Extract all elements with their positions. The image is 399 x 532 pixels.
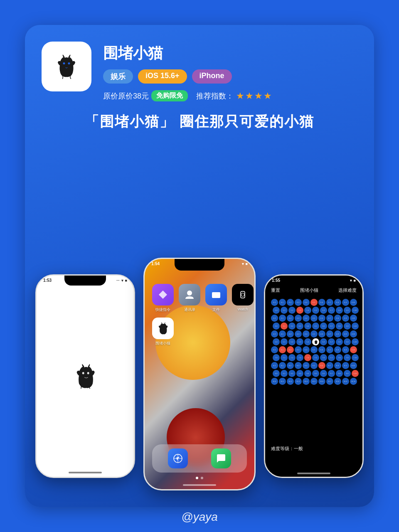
cell-9-10[interactable]: 9-10 bbox=[352, 370, 359, 377]
cell-2-6[interactable]: 2-6 bbox=[318, 315, 325, 322]
cell-5-0[interactable]: 5-0 bbox=[273, 338, 280, 345]
cell-2-7[interactable]: 2-7 bbox=[326, 315, 333, 322]
cell-1-2[interactable]: 1-2 bbox=[288, 307, 296, 314]
cell-3-1[interactable]: 3-1 bbox=[281, 323, 288, 330]
cell-7-1[interactable]: 7-1 bbox=[281, 354, 288, 361]
cell-8-0[interactable]: 8-0 bbox=[271, 362, 278, 369]
cell-1-10[interactable]: 1-10 bbox=[352, 307, 359, 314]
cell-3-5[interactable]: 3-5 bbox=[312, 323, 319, 330]
cell-8-6[interactable]: 8-6 bbox=[318, 362, 325, 369]
cell-10-0[interactable]: 10-0 bbox=[271, 378, 278, 385]
cell-1-1[interactable]: 1-1 bbox=[281, 307, 288, 314]
cell-1-8[interactable]: 1-8 bbox=[336, 307, 343, 314]
cell-6-0[interactable]: 6-0 bbox=[271, 346, 278, 353]
cell-7-5[interactable]: 7-5 bbox=[312, 354, 319, 361]
cell-1-0[interactable]: 1-0 bbox=[273, 307, 280, 314]
cell-0-10[interactable]: 0-10 bbox=[350, 299, 357, 306]
cell-10-5[interactable]: 10-5 bbox=[310, 378, 318, 385]
cell-8-2[interactable]: 8-2 bbox=[287, 362, 294, 369]
cell-6-3[interactable]: 6-3 bbox=[295, 346, 302, 353]
cell-4-1[interactable]: 4-1 bbox=[279, 330, 286, 337]
cell-4-6[interactable]: 4-6 bbox=[318, 330, 325, 337]
cell-8-5[interactable]: 8-5 bbox=[310, 362, 318, 369]
cell-6-2[interactable]: 6-2 bbox=[287, 346, 294, 353]
cell-1-9[interactable]: 1-9 bbox=[344, 307, 351, 314]
cell-0-5[interactable]: 0-5 bbox=[310, 299, 318, 306]
cell-5-9[interactable]: 5-9 bbox=[344, 338, 351, 345]
cell-1-5[interactable]: 1-5 bbox=[312, 307, 319, 314]
cell-10-3[interactable]: 10-3 bbox=[295, 378, 302, 385]
cell-5-2[interactable]: 5-2 bbox=[288, 338, 296, 345]
cell-2-8[interactable]: 2-8 bbox=[334, 315, 341, 322]
cell-4-3[interactable]: 4-3 bbox=[295, 330, 302, 337]
cell-7-0[interactable]: 7-0 bbox=[273, 354, 280, 361]
app-cat-game[interactable]: 围堵小猫 bbox=[152, 318, 174, 346]
cell-7-3[interactable]: 7-3 bbox=[296, 354, 303, 361]
cell-3-9[interactable]: 3-9 bbox=[344, 323, 351, 330]
cell-6-7[interactable]: 6-7 bbox=[326, 346, 333, 353]
game-difficulty-btn[interactable]: 选择难度 bbox=[338, 287, 357, 293]
dock-messages[interactable] bbox=[211, 448, 231, 468]
app-contacts[interactable]: 通讯录 bbox=[179, 284, 200, 313]
cell-8-7[interactable]: 8-7 bbox=[326, 362, 333, 369]
cell-10-2[interactable]: 10-2 bbox=[287, 378, 294, 385]
cell-4-8[interactable]: 4-8 bbox=[334, 330, 341, 337]
cell-4-7[interactable]: 4-7 bbox=[326, 330, 333, 337]
cell-3-2[interactable]: 3-2 bbox=[288, 323, 296, 330]
cell-8-9[interactable]: 8-9 bbox=[342, 362, 349, 369]
cell-10-8[interactable]: 10-8 bbox=[334, 378, 341, 385]
cell-2-1[interactable]: 2-1 bbox=[279, 315, 286, 322]
cell-5-6[interactable]: 5-6 bbox=[320, 338, 327, 345]
cell-9-4[interactable]: 9-4 bbox=[304, 370, 311, 377]
cell-0-4[interactable]: 0-4 bbox=[303, 299, 310, 306]
cell-7-2[interactable]: 7-2 bbox=[288, 354, 296, 361]
cell-9-7[interactable]: 9-7 bbox=[328, 370, 335, 377]
cell-10-10[interactable]: 10-10 bbox=[350, 378, 357, 385]
cell-9-9[interactable]: 9-9 bbox=[344, 370, 351, 377]
cell-3-8[interactable]: 3-8 bbox=[336, 323, 343, 330]
cell-9-0[interactable]: 9-0 bbox=[273, 370, 280, 377]
cell-9-8[interactable]: 9-8 bbox=[336, 370, 343, 377]
cell-3-7[interactable]: 3-7 bbox=[328, 323, 335, 330]
cell-9-5[interactable]: 9-5 bbox=[312, 370, 319, 377]
cell-5-5-cat[interactable] bbox=[312, 338, 319, 345]
cell-5-4[interactable]: 5-4 bbox=[304, 338, 311, 345]
cell-5-3[interactable]: 5-3 bbox=[296, 338, 303, 345]
cell-9-6[interactable]: 9-6 bbox=[320, 370, 327, 377]
cell-1-6[interactable]: 1-6 bbox=[320, 307, 327, 314]
cell-3-6[interactable]: 3-6 bbox=[320, 323, 327, 330]
cell-6-4[interactable]: 6-4 bbox=[303, 346, 310, 353]
dock-safari[interactable] bbox=[168, 448, 188, 468]
cell-8-3[interactable]: 8-3 bbox=[295, 362, 302, 369]
cell-6-8[interactable]: 6-8 bbox=[334, 346, 341, 353]
cell-10-6[interactable]: 10-6 bbox=[318, 378, 325, 385]
cell-3-3[interactable]: 3-3 bbox=[296, 323, 303, 330]
cell-9-3[interactable]: 9-3 bbox=[296, 370, 303, 377]
cell-0-9[interactable]: 0-9 bbox=[342, 299, 349, 306]
cell-0-3[interactable]: 0-3 bbox=[295, 299, 302, 306]
cell-10-1[interactable]: 10-1 bbox=[279, 378, 286, 385]
app-shortcuts[interactable]: 快捷指令 bbox=[152, 284, 174, 313]
cell-7-8[interactable]: 7-8 bbox=[336, 354, 343, 361]
cell-0-0[interactable]: 0-0 bbox=[271, 299, 278, 306]
cell-3-4[interactable]: 3-4 bbox=[304, 323, 311, 330]
cell-4-5[interactable]: 4-5 bbox=[310, 330, 318, 337]
cell-8-10[interactable]: 8-10 bbox=[350, 362, 357, 369]
cell-7-7[interactable]: 7-7 bbox=[328, 354, 335, 361]
cell-0-6[interactable]: 0-6 bbox=[318, 299, 325, 306]
game-reset[interactable]: 重置 bbox=[271, 287, 280, 293]
cell-7-6[interactable]: 7-6 bbox=[320, 354, 327, 361]
cell-2-3[interactable]: 2-3 bbox=[295, 315, 302, 322]
cell-4-2[interactable]: 4-2 bbox=[287, 330, 294, 337]
cell-8-4[interactable]: 8-4 bbox=[303, 362, 310, 369]
cell-2-2[interactable]: 2-2 bbox=[287, 315, 294, 322]
cell-4-9[interactable]: 4-9 bbox=[342, 330, 349, 337]
cell-2-5[interactable]: 2-5 bbox=[310, 315, 318, 322]
cell-0-7[interactable]: 0-7 bbox=[326, 299, 333, 306]
cell-8-8[interactable]: 8-8 bbox=[334, 362, 341, 369]
cell-0-1[interactable]: 0-1 bbox=[279, 299, 286, 306]
cell-4-10[interactable]: 4-10 bbox=[350, 330, 357, 337]
cell-2-4[interactable]: 2-4 bbox=[303, 315, 310, 322]
cell-1-4[interactable]: 1-4 bbox=[304, 307, 311, 314]
cell-5-8[interactable]: 5-8 bbox=[336, 338, 343, 345]
